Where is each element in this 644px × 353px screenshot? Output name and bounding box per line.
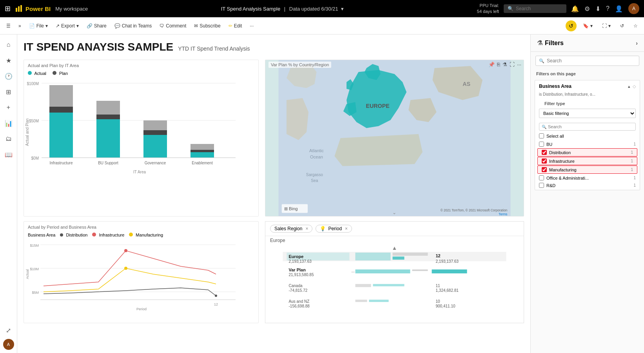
filter-select-all[interactable]: Select all [535,132,640,140]
map-filter-icon[interactable]: ⚗ [503,62,507,67]
filter-top-search[interactable]: 🔍 [535,56,639,66]
filter-checkbox-bu[interactable] [539,142,544,147]
filter-title: Filters [545,40,564,47]
svg-rect-65 [356,269,410,273]
svg-text:Actual and Plan: Actual and Plan [25,118,29,146]
filter-checkbox-infrastructure[interactable] [542,158,547,164]
top-search-box[interactable]: 🔍 [504,4,566,13]
svg-rect-13 [96,101,120,115]
pin-icon[interactable]: 📌 [488,62,495,67]
refresh-button[interactable]: ↺ [566,20,577,31]
sales-region-chip[interactable]: Sales Region × [270,225,312,233]
filter-header-icons: › [636,40,638,46]
period-chip[interactable]: 💡 Period × [316,225,352,233]
filter-close-icon[interactable]: › [636,40,638,46]
filter-item-rd[interactable]: R&D 1 [535,182,640,189]
filter-item-infrastructure[interactable]: Infrastructure 1 [537,157,637,165]
line-chart-title: Actual by Period and Business Area [24,222,258,231]
view-button[interactable]: ⛶ ▾ [599,22,614,30]
svg-rect-17 [143,130,167,135]
sidebar-item-learn[interactable]: 📖 [2,147,16,162]
notification-icon[interactable]: 🔔 [571,5,579,13]
top-search-input[interactable] [516,6,562,11]
map-more-icon[interactable]: ··· [517,62,521,67]
map-chart-container: Var Plan % by Country/Region 📌 ⎘ ⚗ ⛶ ··· [265,60,524,217]
filter-card-header[interactable]: Business Area ▴ ◇ [535,80,640,92]
sidebar-bottom: ⤢ A [2,323,16,350]
select-all-checkbox[interactable] [539,133,544,138]
undo-button[interactable]: ↺ [617,22,627,30]
filter-item-manufacturing[interactable]: Manufacturing 1 [537,166,637,174]
filter-checkbox-office[interactable] [539,175,544,180]
chat-teams-button[interactable]: 💬 Chat in Teams [111,22,155,30]
map-toolbar[interactable]: 📌 ⎘ ⚗ ⛶ ··· [488,62,521,67]
chat-icon: 💬 [114,23,120,29]
sidebar-item-home[interactable]: ⌂ [2,38,16,52]
filter-top-search-input[interactable] [547,58,636,64]
sidebar-item-apps[interactable]: ⊞ [2,85,16,99]
toolbar: ☰ » 📄 File ▾ ↗ Export ▾ 🔗 Share 💬 Chat i… [0,17,644,35]
svg-rect-10 [49,85,73,107]
filter-inner-search[interactable]: 🔍 [539,123,636,131]
report-area: IT SPEND ANAYSIS SAMPLE YTD IT Spend Tre… [17,35,530,353]
bookmark-button[interactable]: 🔖 ▾ [580,22,596,30]
period-close-icon[interactable]: × [345,226,348,231]
filter-checkbox-distribution[interactable] [542,150,547,155]
bar-chart-title: Actual and Plan by IT Area [24,60,258,69]
sales-region-close-icon[interactable]: × [305,226,308,231]
sidebar-avatar[interactable]: A [3,339,14,350]
sales-region-chip-label: Sales Region [274,226,302,231]
svg-text:Actual: Actual [25,269,29,279]
filter-card-collapse-icon[interactable]: ▴ [628,84,630,89]
filter-item-distribution[interactable]: Distribution 1 [537,148,637,156]
filter-item-office[interactable]: Office & Administrati... 1 [535,174,640,182]
main-layout: ⌂ ★ 🕐 ⊞ + 📊 🗂 📖 ⤢ A IT SPEND ANAYSIS SAM… [0,35,644,353]
report-main-title: IT SPEND ANAYSIS SAMPLE [24,41,173,53]
comment-icon: 🗨 [160,23,164,29]
settings-icon[interactable]: ⚙ [584,5,590,13]
svg-text:Europe: Europe [289,254,304,259]
collapse-chevron-icon[interactable]: ▲ [265,244,524,252]
filter-checkbox-manufacturing[interactable] [542,167,547,172]
workspace-label[interactable]: My workspace [55,6,88,12]
file-button[interactable]: 📄 File ▾ [26,22,51,30]
app-switcher-icon[interactable]: ⊞ [5,4,11,13]
sidebar-item-favorites[interactable]: ★ [2,53,16,67]
toolbar-right: ↺ 🔖 ▾ ⛶ ▾ ↺ ☆ [566,20,641,31]
sidebar-item-recent[interactable]: 🕐 [2,69,16,83]
more-options-button[interactable]: ··· [247,22,257,30]
share-button[interactable]: 🔗 Share [83,22,110,30]
comment-button[interactable]: 🗨 Comment [156,22,189,30]
sidebar-item-workspaces[interactable]: 🗂 [2,132,16,146]
svg-text:-156,698.88: -156,698.88 [289,304,310,308]
svg-rect-2 [20,5,22,12]
sidebar-item-create[interactable]: + [2,100,16,115]
account-icon[interactable]: 👤 [615,5,623,13]
sidebar-item-expand[interactable]: ⤢ [2,323,16,337]
brand: Power BI [15,5,51,13]
filter-inner-search-input[interactable] [548,124,633,129]
collapse-nav-button[interactable]: ☰ [3,22,14,30]
export-button[interactable]: ↗ Export ▾ [53,22,82,30]
filter-panel-header: ⚗ Filters › [531,35,644,52]
copy-icon[interactable]: ⎘ [497,62,500,67]
subscribe-button[interactable]: ✉ Subscribe [191,22,223,30]
filter-type-select[interactable]: Basic filtering [539,109,636,118]
svg-rect-12 [49,113,73,158]
forward-button[interactable]: » [15,22,24,30]
svg-text:IT Area: IT Area [133,170,146,174]
filter-item-bu[interactable]: BU 1 [535,140,640,148]
avatar[interactable]: A [628,3,639,14]
filter-funnel-icon: ⚗ [537,39,542,47]
filter-card-clear-icon[interactable]: ◇ [633,84,636,89]
download-icon[interactable]: ⬇ [595,5,600,13]
svg-point-48 [124,249,127,252]
favorite-button[interactable]: ☆ [630,22,641,30]
filter-search-icon: 🔍 [539,58,544,64]
sidebar-item-metrics[interactable]: 📊 [2,116,16,130]
map-zoom-icon[interactable]: ⛶ [510,62,515,67]
help-icon[interactable]: ? [606,5,610,12]
edit-button[interactable]: ✏ Edit [225,22,245,30]
filter-checkbox-rd[interactable] [539,183,544,188]
period-chip-label: Period [328,226,342,231]
